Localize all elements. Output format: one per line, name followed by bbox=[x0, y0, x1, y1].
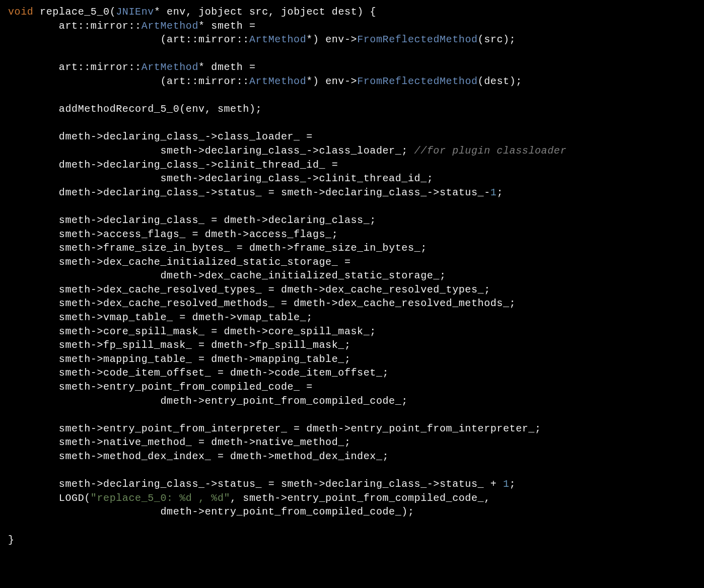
id-dest: dest bbox=[332, 6, 357, 18]
stmt: smeth->native_method_ = dmeth->native_me… bbox=[59, 436, 351, 448]
stmt: smeth->access_flags_ = dmeth->access_fla… bbox=[59, 229, 338, 240]
brace-close: } bbox=[8, 534, 15, 546]
ns: art::mirror:: bbox=[167, 34, 249, 45]
stmt: smeth->declaring_class_->status_ = smeth… bbox=[59, 478, 503, 490]
stmt: smeth->core_spill_mask_ = dmeth->core_sp… bbox=[59, 326, 376, 337]
id-env: env bbox=[325, 76, 344, 87]
stmt: smeth->entry_point_from_compiled_code_ = bbox=[59, 381, 313, 393]
type-jnienv: JNIEnv bbox=[116, 6, 154, 18]
code-block: void replace_5_0(JNIEnv* env, jobject sr… bbox=[0, 0, 704, 552]
fn-name: replace_5_0 bbox=[40, 6, 110, 18]
type-artmethod: ArtMethod bbox=[142, 20, 198, 32]
id-env: env bbox=[167, 6, 186, 18]
id-env: env bbox=[325, 34, 344, 45]
type-artmethod: ArtMethod bbox=[142, 61, 198, 73]
semi: ; bbox=[510, 478, 516, 490]
ns: art::mirror:: bbox=[59, 61, 142, 73]
stmt: smeth->declaring_class_ = dmeth->declari… bbox=[59, 214, 376, 226]
stmt: dmeth->entry_point_from_compiled_code_; bbox=[160, 395, 407, 407]
id-dmeth: dmeth bbox=[211, 61, 243, 73]
stmt: smeth->vmap_table_ = dmeth->vmap_table_; bbox=[59, 312, 313, 323]
type-artmethod: ArtMethod bbox=[249, 76, 306, 87]
log-arg: , smeth->entry_point_from_compiled_code_… bbox=[230, 492, 490, 504]
ns: art::mirror:: bbox=[167, 76, 249, 87]
id-smeth: smeth bbox=[211, 20, 243, 32]
id-dest: dest bbox=[484, 76, 509, 87]
stmt: smeth->mapping_table_ = dmeth->mapping_t… bbox=[59, 353, 351, 365]
stmt: dmeth->declaring_class_->clinit_thread_i… bbox=[59, 159, 338, 171]
stmt: addMethodRecord_5_0(env, smeth); bbox=[59, 103, 262, 115]
stmt: smeth->fp_spill_mask_ = dmeth->fp_spill_… bbox=[59, 339, 351, 351]
semi: ; bbox=[497, 187, 503, 198]
fn-fromreflected: FromReflectedMethod bbox=[357, 34, 477, 45]
log-arg: dmeth->entry_point_from_compiled_code_); bbox=[160, 506, 414, 518]
stmt: smeth->dex_cache_resolved_methods_ = dme… bbox=[59, 298, 516, 309]
stmt: smeth->dex_cache_initialized_static_stor… bbox=[59, 256, 351, 268]
comment: //for plugin classloader bbox=[414, 145, 567, 157]
ns: art::mirror:: bbox=[59, 20, 142, 32]
id-src: src bbox=[484, 34, 503, 45]
stmt: smeth->dex_cache_resolved_types_ = dmeth… bbox=[59, 284, 490, 296]
stmt: smeth->code_item_offset_ = dmeth->code_i… bbox=[59, 367, 389, 379]
stmt: smeth->declaring_class_->class_loader_; bbox=[160, 145, 407, 157]
stmt: smeth->entry_point_from_interpreter_ = d… bbox=[59, 423, 541, 434]
type-artmethod: ArtMethod bbox=[249, 34, 306, 45]
stmt: smeth->frame_size_in_bytes_ = dmeth->fra… bbox=[59, 242, 427, 254]
log-call: LOGD( bbox=[59, 492, 91, 504]
stmt: dmeth->declaring_class_->class_loader_ = bbox=[59, 131, 313, 142]
id-jobject: jobject bbox=[198, 6, 243, 18]
number-1: 1 bbox=[490, 187, 497, 198]
stmt: dmeth->dex_cache_initialized_static_stor… bbox=[160, 270, 446, 281]
stmt: smeth->declaring_class_->clinit_thread_i… bbox=[160, 173, 433, 184]
id-src: src bbox=[249, 6, 268, 18]
string-literal: "replace_5_0: %d , %d" bbox=[91, 492, 230, 504]
id-jobject: jobject bbox=[281, 6, 325, 18]
number-1: 1 bbox=[503, 478, 510, 490]
keyword-void: void bbox=[8, 6, 33, 18]
fn-fromreflected: FromReflectedMethod bbox=[357, 76, 477, 87]
stmt: smeth->method_dex_index_ = dmeth->method… bbox=[59, 451, 389, 462]
stmt: dmeth->declaring_class_->status_ = smeth… bbox=[59, 187, 490, 198]
